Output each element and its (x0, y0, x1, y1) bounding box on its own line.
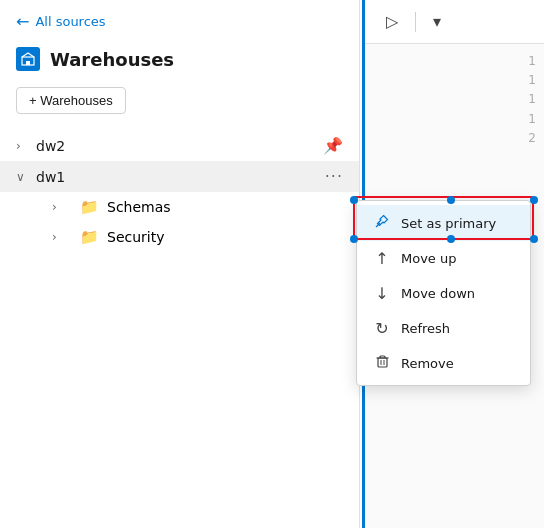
dw1-label: dw1 (36, 169, 325, 185)
pin-icon: 📌 (323, 136, 343, 155)
toolbar-divider (415, 12, 416, 32)
line-1: 1 (528, 52, 536, 71)
security-item[interactable]: › 📁 Security (0, 222, 359, 252)
svg-rect-3 (378, 358, 387, 367)
add-warehouse-button[interactable]: + Warehouses (16, 87, 126, 114)
chevron-right-icon: › (16, 139, 36, 153)
schemas-label: Schemas (107, 199, 171, 215)
move-down-label: Move down (401, 286, 475, 301)
schemas-item[interactable]: › 📁 Schemas (0, 192, 359, 222)
set-primary-label: Set as primary (401, 216, 496, 231)
move-down-icon: ↓ (373, 284, 391, 303)
dw2-label: dw2 (36, 138, 323, 154)
schemas-folder-icon: 📁 (80, 198, 99, 216)
back-label: All sources (35, 14, 105, 29)
chevron-down-toolbar-icon: ▾ (433, 13, 441, 30)
line-5: 2 (528, 129, 536, 148)
security-chevron-icon: › (52, 230, 72, 244)
trash-icon (373, 354, 391, 373)
play-icon: ▷ (386, 13, 398, 30)
refresh-icon: ↻ (373, 319, 391, 338)
chevron-down-icon: ∨ (16, 170, 36, 184)
play-button[interactable]: ▷ (377, 7, 407, 36)
security-label: Security (107, 229, 165, 245)
pin-menu-icon (373, 213, 391, 233)
schemas-chevron-icon: › (52, 200, 72, 214)
refresh-label: Refresh (401, 321, 450, 336)
line-3: 1 (528, 90, 536, 109)
warehouse-icon (16, 47, 40, 71)
dw1-more-icon[interactable]: ··· (325, 167, 343, 186)
section-header: Warehouses (0, 39, 359, 83)
move-up-icon: ↑ (373, 249, 391, 268)
menu-item-move-down[interactable]: ↓ Move down (357, 276, 530, 311)
move-up-label: Move up (401, 251, 457, 266)
menu-item-remove[interactable]: Remove (357, 346, 530, 381)
dropdown-button[interactable]: ▾ (424, 7, 450, 36)
back-nav[interactable]: ← All sources (0, 0, 359, 39)
tree-item-dw1[interactable]: ∨ dw1 ··· (0, 161, 359, 192)
line-numbers: 1 1 1 1 2 (520, 44, 544, 156)
menu-item-move-up[interactable]: ↑ Move up (357, 241, 530, 276)
menu-item-refresh[interactable]: ↻ Refresh (357, 311, 530, 346)
context-menu: Set as primary ↑ Move up ↓ Move down ↻ R… (356, 200, 531, 386)
line-2: 1 (528, 71, 536, 90)
menu-item-set-primary[interactable]: Set as primary (357, 205, 530, 241)
add-label: + Warehouses (29, 93, 113, 108)
security-folder-icon: 📁 (80, 228, 99, 246)
remove-label: Remove (401, 356, 454, 371)
back-arrow-icon: ← (16, 12, 29, 31)
tree-item-dw2[interactable]: › dw2 📌 (0, 130, 359, 161)
line-4: 1 (528, 110, 536, 129)
section-title: Warehouses (50, 49, 174, 70)
svg-rect-1 (26, 61, 30, 65)
